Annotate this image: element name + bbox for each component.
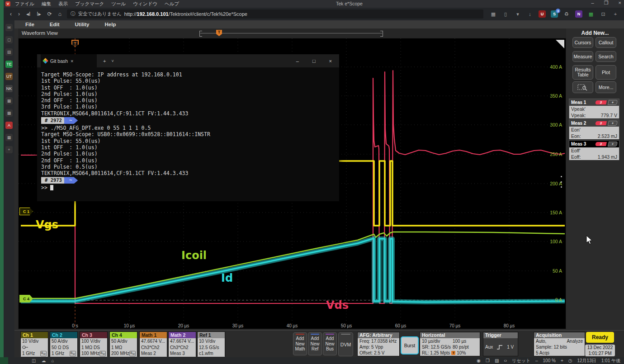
vivaldi-logo-icon[interactable]: V <box>5 1 10 6</box>
download-icon[interactable]: ↓ <box>526 10 534 18</box>
more-button[interactable]: More... <box>596 81 616 93</box>
measurement-card-2[interactable]: Meas 23+Eon'Eon:2.523 mJ <box>569 119 619 139</box>
new-tab-button[interactable]: + <box>103 58 106 64</box>
badge-ch4[interactable]: Ch 450 A/div1 MΩ200 MHzBW <box>109 331 137 356</box>
terminal-input-line[interactable]: >> <box>41 184 339 191</box>
browser-menu-item-2[interactable]: 表示 <box>58 1 68 6</box>
terminal-minimize-button[interactable]: – <box>296 58 299 64</box>
minimap-trigger-icon[interactable]: T <box>216 30 222 36</box>
home-icon[interactable]: ⌂ <box>58 11 61 17</box>
zoom-level[interactable]: 100 % <box>543 358 556 363</box>
close-button[interactable]: × <box>619 0 621 6</box>
add-source-button[interactable]: + <box>608 100 618 105</box>
add-new-results-table-button[interactable]: Results Table <box>572 65 593 80</box>
dvm-button[interactable]: DVM <box>338 332 353 356</box>
info-icon[interactable]: ⓘ <box>71 11 76 17</box>
add-new-search-button[interactable]: Search <box>596 51 616 62</box>
badge-ch2[interactable]: Ch 250 A/div50 Ω DS1 GHzBW <box>50 331 78 356</box>
minimap-left-bracket[interactable] <box>199 31 202 37</box>
taskbar-icon-1[interactable]: ☁ <box>41 358 46 363</box>
source-badge[interactable]: 3 <box>595 100 607 104</box>
zoom-select-button[interactable] <box>572 81 593 93</box>
burst-button[interactable]: Burst <box>401 336 419 355</box>
panel-icon-4[interactable]: UT <box>5 73 13 80</box>
taskbar-icon-0[interactable]: ◫ <box>32 358 36 363</box>
badge-ref1[interactable]: Ref 110 V/div12.5 GS/sc1.wfm <box>197 331 225 356</box>
clock-icon[interactable]: ◷ <box>568 358 572 363</box>
browser-menu-item-5[interactable]: ウィンドウ <box>133 1 157 6</box>
add-new-plot-button[interactable]: Plot <box>596 65 616 80</box>
recycle-icon[interactable]: ♻ <box>563 10 570 18</box>
measurement-card-1[interactable]: Meas 13+Vpeak'Vpeak:779.7 V <box>569 99 619 118</box>
back-icon[interactable]: ‹ <box>10 11 12 17</box>
source-badge[interactable]: 3 <box>595 121 607 125</box>
timeline-minimap[interactable] <box>200 33 382 33</box>
horizontal-panel[interactable]: Horizontal 10 µs/div100 µs SR: 12.5 GS/s… <box>420 332 480 356</box>
trigger-panel[interactable]: Trigger Aux 1 V <box>483 332 518 356</box>
onenote-icon[interactable]: N <box>575 10 582 18</box>
browser-menu-item-6[interactable]: ヘルプ <box>165 1 179 6</box>
view-tab-label[interactable]: Waveform View <box>22 30 58 36</box>
reset-label[interactable]: リセット <box>512 358 530 364</box>
panel-icon-0[interactable]: ✉ <box>5 24 13 31</box>
dropdown-icon[interactable]: ▾ <box>514 10 521 18</box>
panel-icon-2[interactable]: ▤ <box>5 48 13 56</box>
menu-file[interactable]: File <box>25 22 34 27</box>
panel-icon-10[interactable]: + <box>5 146 13 153</box>
time-label[interactable]: 1:01 午後 <box>601 358 620 364</box>
panel-icon-3[interactable]: TE <box>5 61 13 68</box>
badge-ch3[interactable]: Ch 3100 V/div1 MΩ DS100 MHzBW <box>80 331 108 356</box>
ublock-icon[interactable]: U <box>539 10 546 18</box>
tab-dropdown-icon[interactable]: ˅ <box>111 59 113 63</box>
minimize-button[interactable]: – <box>591 0 594 6</box>
minimap-right-bracket[interactable] <box>380 31 383 37</box>
panel-icon-6[interactable]: ▦ <box>5 97 13 104</box>
panel-icon-7[interactable]: ▩ <box>5 109 13 117</box>
date-label[interactable]: 12月13日 <box>577 358 596 364</box>
afg-panel[interactable]: AFG: Arbitrary Freq: 17.0358 kHz Amp: 5 … <box>357 332 400 356</box>
forward-icon[interactable]: › <box>18 11 20 17</box>
terminal-close-button[interactable]: × <box>329 58 332 64</box>
add-new-measure-button[interactable]: Measure <box>572 51 593 62</box>
add-new-ref-button[interactable]: AddNewRef <box>308 332 322 355</box>
panel-icon-9[interactable]: ▦ <box>5 134 13 141</box>
bookmark-icon[interactable]: ▯ <box>502 10 509 18</box>
apps-grid-icon[interactable]: ▦ <box>587 10 595 18</box>
qr-code-icon[interactable]: ▦ <box>490 10 497 18</box>
terminal-window[interactable]: Git bash × + ˅ – □ × Target MSO-Scope: I… <box>37 54 339 201</box>
menu-help[interactable]: Help <box>105 22 116 27</box>
zoom-in-button[interactable]: + <box>561 358 563 363</box>
url-field[interactable]: ⓘ 安全ではありません http://192.168.0.101/Tektron… <box>67 9 483 19</box>
terminal-titlebar[interactable]: Git bash × + ˅ – □ × <box>37 54 339 67</box>
panel-icon-5[interactable]: NK <box>5 85 13 92</box>
add-new-cursors-button[interactable]: Cursors <box>572 37 593 48</box>
fast-forward-icon[interactable]: I▸ <box>37 11 41 17</box>
panel-splitter-handle[interactable] <box>560 174 563 189</box>
terminal-tab[interactable]: Git bash × <box>41 54 97 67</box>
taskbar-icon-2[interactable]: ⌂ <box>51 358 54 363</box>
add-source-button[interactable]: + <box>608 121 618 126</box>
code-icon[interactable]: ‹› <box>504 358 507 363</box>
browser-menu-item-1[interactable]: 編集 <box>42 1 51 6</box>
ready-status-badge[interactable]: Ready <box>586 332 614 343</box>
measurement-card-3[interactable]: Meas 33+Eoff'Eoff:1.943 mJ <box>569 140 619 160</box>
source-badge[interactable]: 3 <box>595 142 607 146</box>
badge-math2[interactable]: Math 247.6674 V...Ch3*Ch2Meas 3 <box>168 331 196 356</box>
picture-icon[interactable]: ▨ <box>495 358 499 363</box>
badge-ch1[interactable]: Ch 110 V/div1 GHzBW <box>20 331 48 356</box>
browser-menu-item-3[interactable]: ブックマーク <box>75 1 104 6</box>
print-icon[interactable]: ⊡ <box>600 10 607 18</box>
browser-menu-item-4[interactable]: ツール <box>111 1 126 6</box>
panel-icon-1[interactable]: ◻ <box>5 36 13 43</box>
browser-menu-item-0[interactable]: ファイル <box>15 1 34 6</box>
terminal-maximize-button[interactable]: □ <box>312 58 316 64</box>
capture-icon[interactable]: S3 <box>551 10 558 18</box>
camera-icon[interactable]: ◉ <box>477 358 481 363</box>
terminal-output[interactable]: Target MSO-Scope: IP address at 192.168.… <box>37 67 339 191</box>
zoom-out-button[interactable]: – <box>535 358 538 363</box>
add-new-callout-button[interactable]: Callout <box>596 37 616 48</box>
menu-utility[interactable]: Utility <box>75 22 90 27</box>
window-icon[interactable]: ❒ <box>486 358 490 363</box>
acquisition-panel[interactable]: Acquisition Auto,Analyze Sample: 12 bits… <box>534 332 585 356</box>
rewind-icon[interactable]: ◂I <box>26 11 30 17</box>
